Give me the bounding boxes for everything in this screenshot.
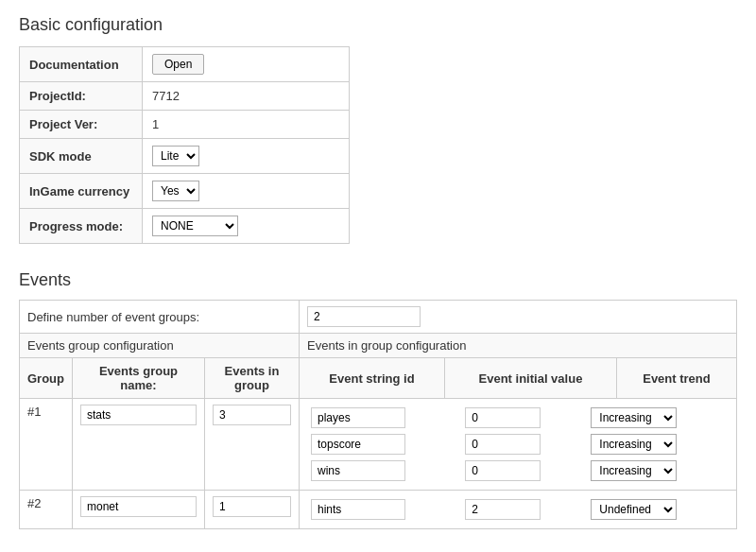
- group-name-cell-1: [73, 399, 205, 491]
- define-label: Define number of event groups:: [20, 301, 300, 334]
- sdk-mode-select[interactable]: Lite Full: [152, 146, 199, 166]
- col-header-initial-value: Event initial value: [444, 358, 616, 399]
- col-header-trend: Event trend: [616, 358, 736, 399]
- group-row-1: #1: [20, 399, 737, 491]
- event-row-1-3: Increasing Decreasing Undefined: [307, 457, 729, 484]
- config-value-ingame-currency: Yes No: [143, 174, 350, 209]
- define-number-input[interactable]: [307, 306, 421, 327]
- group-name-input-2[interactable]: [80, 496, 197, 517]
- config-label-ingame-currency: InGame currency: [20, 174, 143, 209]
- config-value-progress-mode: NONE Increasing Decreasing: [143, 209, 350, 244]
- section-right-label: Events in group configuration: [300, 334, 737, 358]
- col-header-string-id: Event string id: [300, 358, 445, 399]
- event-initial-val-input-2-1[interactable]: [465, 499, 541, 520]
- section-left-label: Events group configuration: [20, 334, 300, 358]
- basic-config-table: Documentation Open ProjectId: 7712 Proje…: [19, 46, 350, 244]
- col-header-row: Group Events group name: Events in group…: [20, 358, 737, 399]
- config-row-progress-mode: Progress mode: NONE Increasing Decreasin…: [20, 209, 350, 244]
- basic-config-title: Basic configuration: [19, 15, 737, 35]
- event-string-id-input-1-1[interactable]: [311, 407, 405, 428]
- group-name-input-1[interactable]: [80, 405, 197, 425]
- group-events-count-input-2[interactable]: [213, 496, 291, 517]
- col-header-name: Events group name:: [73, 358, 205, 399]
- event-initial-val-cell-2-1: [461, 496, 587, 523]
- group-events-in-group-cell-1: [205, 399, 300, 491]
- event-string-id-cell-1-2: [307, 431, 461, 457]
- events-sub-table-1: Increasing Decreasing Undefined: [307, 405, 729, 484]
- event-string-id-cell-2-1: [307, 496, 461, 523]
- section-header-row: Events group configuration Events in gro…: [20, 334, 737, 358]
- events-sub-table-2: Increasing Decreasing Undefined: [307, 496, 729, 523]
- group-events-in-group-cell-2: [205, 491, 300, 529]
- event-row-1-1: Increasing Decreasing Undefined: [307, 405, 729, 431]
- config-value-sdkmode: Lite Full: [143, 139, 350, 174]
- config-label-sdkmode: SDK mode: [20, 139, 143, 174]
- event-initial-val-cell-1-2: [461, 431, 587, 457]
- group-id-2: #2: [20, 491, 73, 529]
- events-table: Define number of event groups: Events gr…: [19, 300, 737, 529]
- config-label-projectver: Project Ver:: [20, 111, 143, 139]
- ingame-currency-select[interactable]: Yes No: [152, 181, 199, 201]
- config-row-ingame-currency: InGame currency Yes No: [20, 174, 350, 209]
- config-label-documentation: Documentation: [20, 47, 143, 82]
- group-events-cell-1: Increasing Decreasing Undefined: [300, 399, 737, 491]
- group-id-1: #1: [20, 399, 73, 491]
- group-name-cell-2: [73, 491, 205, 529]
- event-trend-cell-2-1: Increasing Decreasing Undefined: [587, 496, 729, 523]
- col-header-events-in-group: Events in group: [205, 358, 300, 399]
- event-string-id-cell-1-3: [307, 457, 461, 484]
- event-row-1-2: Increasing Decreasing Undefined: [307, 431, 729, 457]
- progress-mode-select[interactable]: NONE Increasing Decreasing: [152, 216, 238, 236]
- event-initial-val-cell-1-1: [461, 405, 587, 431]
- group-events-cell-2: Increasing Decreasing Undefined: [300, 491, 737, 529]
- open-button[interactable]: Open: [152, 54, 204, 75]
- define-number-row: Define number of event groups:: [20, 301, 737, 334]
- config-row-projectid: ProjectId: 7712: [20, 82, 350, 111]
- group-row-2: #2: [20, 491, 737, 529]
- event-row-2-1: Increasing Decreasing Undefined: [307, 496, 729, 523]
- event-trend-cell-1-3: Increasing Decreasing Undefined: [587, 457, 729, 484]
- config-value-projectver: 1: [143, 111, 350, 139]
- events-title: Events: [19, 270, 737, 290]
- col-header-group: Group: [20, 358, 73, 399]
- config-row-projectver: Project Ver: 1: [20, 111, 350, 139]
- event-string-id-input-1-2[interactable]: [311, 434, 405, 455]
- group-events-count-input-1[interactable]: [213, 405, 291, 425]
- event-initial-val-cell-1-3: [461, 457, 587, 484]
- event-trend-cell-1-1: Increasing Decreasing Undefined: [587, 405, 729, 431]
- event-initial-val-input-1-2[interactable]: [465, 434, 541, 455]
- event-trend-select-2-1[interactable]: Increasing Decreasing Undefined: [591, 499, 677, 520]
- event-string-id-input-2-1[interactable]: [311, 499, 405, 520]
- define-value-cell: [300, 301, 737, 334]
- event-string-id-input-1-3[interactable]: [311, 460, 405, 481]
- config-label-projectid: ProjectId:: [20, 82, 143, 111]
- config-row-documentation: Documentation Open: [20, 47, 350, 82]
- event-initial-val-input-1-1[interactable]: [465, 407, 541, 428]
- event-trend-cell-1-2: Increasing Decreasing Undefined: [587, 431, 729, 457]
- event-trend-select-1-1[interactable]: Increasing Decreasing Undefined: [591, 407, 677, 428]
- config-row-sdkmode: SDK mode Lite Full: [20, 139, 350, 174]
- config-label-progress-mode: Progress mode:: [20, 209, 143, 244]
- event-trend-select-1-2[interactable]: Increasing Decreasing Undefined: [591, 434, 677, 455]
- event-initial-val-input-1-3[interactable]: [465, 460, 541, 481]
- event-trend-select-1-3[interactable]: Increasing Decreasing Undefined: [591, 460, 677, 481]
- config-value-documentation: Open: [143, 47, 350, 82]
- config-value-projectid: 7712: [143, 82, 350, 111]
- events-section: Events Define number of event groups: Ev…: [19, 270, 737, 529]
- event-string-id-cell-1-1: [307, 405, 461, 431]
